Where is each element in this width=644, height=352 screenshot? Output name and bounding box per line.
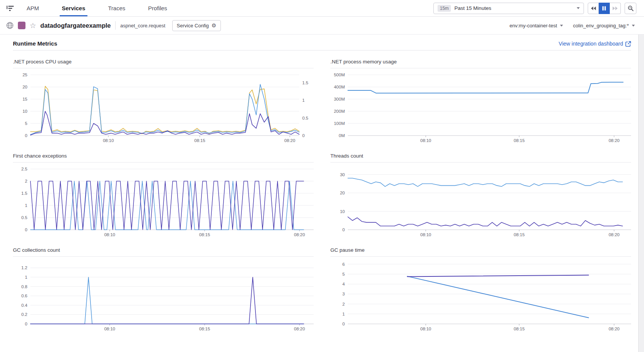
x-tick-label: 08:20 bbox=[609, 327, 620, 331]
y-tick-label: 10 bbox=[22, 109, 27, 114]
grouping-tag-filter-dropdown[interactable]: colin_env_grouping_tag:* bbox=[573, 23, 635, 28]
plot-area[interactable] bbox=[30, 75, 299, 136]
chart-title: First chance exceptions bbox=[13, 153, 314, 163]
tab-traces-label: Traces bbox=[108, 5, 125, 11]
plot-area[interactable] bbox=[348, 263, 631, 324]
runtime-metrics-header: Runtime Metrics View integration dashboa… bbox=[13, 35, 631, 51]
y-tick-label: 0 bbox=[25, 322, 27, 326]
x-tick-label: 08:20 bbox=[284, 138, 295, 143]
scrollbar-gutter[interactable] bbox=[638, 35, 644, 352]
time-range-selector[interactable]: 15m Past 15 Minutes bbox=[433, 3, 584, 14]
zoom-search-button[interactable] bbox=[625, 3, 636, 14]
x-tick-label: 08:15 bbox=[194, 138, 205, 143]
tab-profiles[interactable]: Profiles bbox=[144, 0, 171, 16]
service-identity: ☆ datadogfargateexample bbox=[6, 22, 111, 29]
x-tick-label: 08:10 bbox=[420, 232, 431, 237]
pause-button[interactable] bbox=[599, 3, 610, 14]
plot-area[interactable] bbox=[30, 169, 314, 230]
time-range-label: Past 15 Minutes bbox=[454, 5, 573, 11]
chart-gc-collections-count[interactable]: GC collections count 00.20.40.60.811.2 0… bbox=[13, 239, 314, 332]
y-axis: 00.20.40.60.811.2 bbox=[13, 263, 30, 324]
env-filter-dropdown[interactable]: env:my-container-test bbox=[509, 23, 563, 28]
env-filter-label: env:my-container-test bbox=[509, 23, 557, 28]
globe-icon bbox=[6, 22, 14, 29]
service-config-label: Service Config bbox=[177, 23, 209, 28]
y-tick-label: 25 bbox=[22, 73, 27, 77]
favorite-star-icon[interactable]: ☆ bbox=[30, 22, 36, 29]
x-tick-label: 08:10 bbox=[420, 327, 431, 331]
pause-icon bbox=[602, 6, 606, 11]
y-tick-label: 300M bbox=[334, 97, 345, 101]
fast-forward-icon bbox=[612, 6, 618, 11]
x-axis: 08:1008:1508:20 bbox=[348, 324, 631, 332]
chart-title: .NET process CPU usage bbox=[13, 59, 314, 68]
blue-series bbox=[30, 84, 299, 134]
charts-grid: .NET process CPU usage 0510152025 08:100… bbox=[13, 51, 631, 332]
x-tick-label: 08:10 bbox=[420, 138, 431, 143]
memory-series bbox=[348, 82, 623, 93]
x-tick-label: 08:15 bbox=[514, 232, 525, 237]
tab-traces[interactable]: Traces bbox=[104, 0, 129, 16]
service-resource-name: aspnet_core.request bbox=[120, 23, 165, 28]
service-header: ☆ datadogfargateexample aspnet_core.requ… bbox=[0, 17, 644, 35]
plot-area[interactable] bbox=[30, 263, 314, 324]
tab-services[interactable]: Services bbox=[58, 0, 89, 16]
x-tick-label: 08:10 bbox=[104, 327, 115, 331]
y-tick-label: 100M bbox=[334, 121, 345, 126]
chart-cpu-usage[interactable]: .NET process CPU usage 0510152025 08:100… bbox=[13, 51, 314, 144]
y-axis: 0102030 bbox=[330, 169, 348, 230]
chart-gc-pause-time[interactable]: GC pause time 0123456 08:1008:1508:20 bbox=[330, 239, 631, 332]
tab-profiles-label: Profiles bbox=[148, 5, 167, 11]
chart-title: .NET process memory usage bbox=[330, 59, 631, 68]
x-tick-label: 08:20 bbox=[609, 138, 620, 143]
fast-forward-button[interactable] bbox=[610, 3, 621, 14]
y-tick-label-right: 0 bbox=[302, 133, 305, 138]
x-tick-label: 08:20 bbox=[294, 327, 305, 331]
plot-area[interactable] bbox=[348, 169, 631, 230]
chart-first-chance-exceptions[interactable]: First chance exceptions 00.511.522.5 08:… bbox=[13, 145, 314, 238]
purple-series bbox=[30, 277, 304, 324]
y-axis: 0123456 bbox=[330, 263, 348, 324]
chart-memory-usage[interactable]: .NET process memory usage 0M100M200M300M… bbox=[330, 51, 631, 144]
x-axis: 08:1008:1508:20 bbox=[30, 136, 299, 144]
chart-threads-count[interactable]: Threads count 0102030 08:1008:1508:20 bbox=[330, 145, 631, 238]
chevron-down-icon bbox=[560, 25, 563, 27]
x-tick-label: 08:10 bbox=[104, 232, 115, 237]
service-title: datadogfargateexample bbox=[40, 22, 111, 29]
collapse-sidebar-icon[interactable] bbox=[6, 0, 14, 16]
y-axis: 00.511.522.5 bbox=[13, 169, 30, 230]
y-tick-label: 0M bbox=[339, 133, 345, 138]
view-integration-dashboard-link[interactable]: View integration dashboard bbox=[559, 41, 631, 47]
y-tick-label: 0 bbox=[25, 133, 27, 138]
x-tick-label: 08:15 bbox=[199, 232, 210, 237]
purple-series bbox=[407, 275, 588, 276]
service-color-swatch[interactable] bbox=[18, 22, 25, 29]
blue-series bbox=[348, 178, 623, 186]
time-playback-controls bbox=[588, 3, 621, 14]
divider bbox=[115, 21, 116, 30]
tab-apm[interactable]: APM bbox=[23, 0, 43, 16]
y-tick-label: 3 bbox=[343, 292, 345, 296]
top-navigation: APM Services Traces Profiles 15m Past 15… bbox=[0, 0, 644, 17]
y-tick-label: 5 bbox=[343, 272, 345, 276]
chart-title: GC collections count bbox=[13, 247, 314, 257]
chevron-down-icon bbox=[632, 25, 635, 27]
y-tick-label: 0.4 bbox=[21, 303, 27, 308]
y-tick-label: 1.2 bbox=[21, 265, 27, 270]
y-axis: 0M100M200M300M400M500M bbox=[330, 75, 348, 136]
x-tick-label: 08:20 bbox=[609, 232, 620, 237]
y-tick-label: 0.6 bbox=[21, 294, 27, 298]
y-tick-label: 0 bbox=[25, 227, 27, 232]
y-tick-label: 4 bbox=[343, 282, 345, 286]
y-tick-label: 2 bbox=[343, 302, 345, 306]
y-tick-label: 2 bbox=[25, 179, 27, 183]
section-title: Runtime Metrics bbox=[13, 40, 57, 47]
service-config-button[interactable]: Service Config ⚙ bbox=[172, 20, 221, 31]
rewind-button[interactable] bbox=[588, 3, 599, 14]
time-range-badge: 15m bbox=[438, 5, 451, 12]
chart-title: GC pause time bbox=[330, 247, 631, 257]
plot-area[interactable] bbox=[348, 75, 631, 136]
main-content: Runtime Metrics View integration dashboa… bbox=[0, 35, 644, 332]
y-tick-label: 20 bbox=[22, 85, 27, 89]
external-link-icon bbox=[625, 41, 631, 47]
